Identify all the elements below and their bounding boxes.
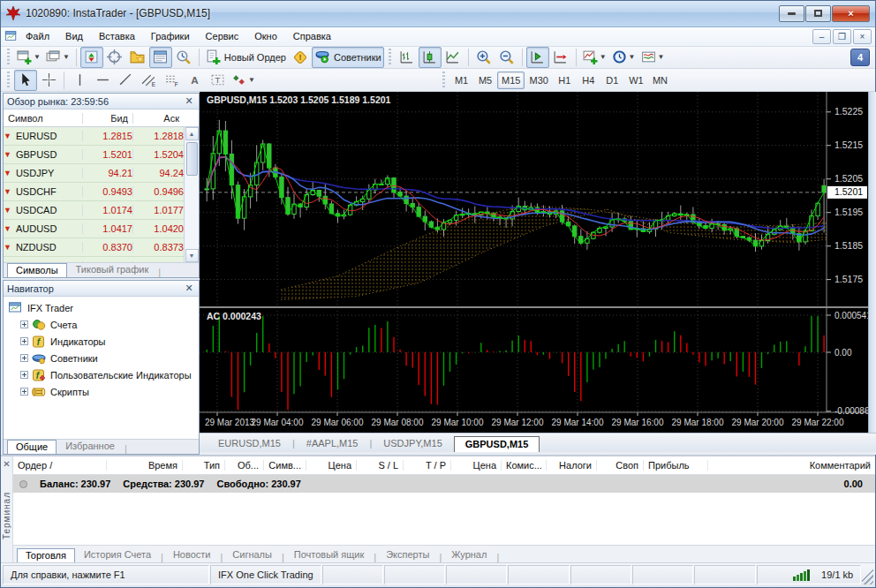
trendline-tool-button[interactable] <box>114 70 137 91</box>
menu-item-help[interactable]: Справка <box>285 28 339 44</box>
column-tp[interactable]: T / P <box>404 460 451 471</box>
column-order[interactable]: Ордер / <box>13 460 107 471</box>
column-price-open[interactable]: Цена <box>306 460 357 471</box>
auto-scroll-button[interactable] <box>526 47 549 68</box>
scroll-up-button[interactable]: ▲ <box>185 127 199 140</box>
profiles-button[interactable]: ▼ <box>43 47 72 68</box>
indicators-button[interactable]: ▼ <box>580 47 609 68</box>
chart-shift-button[interactable] <box>549 47 572 68</box>
zoom-out-button[interactable] <box>495 47 518 68</box>
column-comment[interactable]: Комментарий <box>708 460 875 471</box>
table-row[interactable]: ▼AUDUSD1.04171.0420 <box>4 220 184 238</box>
column-sl[interactable]: S / L <box>357 460 404 471</box>
column-time[interactable]: Время <box>107 460 183 471</box>
column-bid[interactable]: Бид <box>83 113 133 124</box>
column-type[interactable]: Тип <box>183 460 225 471</box>
candlestick-chart-button[interactable] <box>419 47 442 68</box>
timeframe-m5-button[interactable]: M5 <box>473 72 497 89</box>
status-one-click-trading[interactable]: IFX One Click Trading <box>210 565 321 584</box>
new-chart-button[interactable]: ▼ <box>14 47 43 68</box>
line-chart-button[interactable] <box>442 47 464 68</box>
tab-mailbox[interactable]: Почтовый ящик <box>285 547 373 562</box>
tab-experts[interactable]: Эксперты <box>377 547 438 562</box>
column-ask[interactable]: Аск <box>133 113 184 124</box>
navigator-close-button[interactable]: ✕ <box>183 283 195 295</box>
menu-item-view[interactable]: Вид <box>57 28 91 44</box>
templates-button[interactable]: ▼ <box>638 47 668 68</box>
chart-canvas[interactable]: 1.52251.52151.52051.51951.51851.51751.52… <box>200 92 868 433</box>
timeframe-m15-button[interactable]: M15 <box>497 72 525 89</box>
column-price-close[interactable]: Цена <box>451 460 502 471</box>
tree-item-indicators[interactable]: f Индикаторы <box>9 333 199 350</box>
resize-grip[interactable] <box>862 565 873 584</box>
strategy-tester-button[interactable] <box>172 47 195 68</box>
tab-trade[interactable]: Торговля <box>17 548 75 562</box>
expert-advisors-button[interactable]: Советники <box>312 47 384 68</box>
expand-icon[interactable] <box>20 337 28 345</box>
expand-icon[interactable] <box>20 388 28 396</box>
tree-item-custom-indicators[interactable]: f Пользовательские Индикаторы <box>9 366 199 383</box>
minimize-button[interactable] <box>779 5 804 22</box>
chart-tab-gbpusd[interactable]: GBPUSD,M15 <box>454 436 540 452</box>
table-row[interactable]: ▼USDJPY94.2194.24 <box>4 164 184 183</box>
data-window-button[interactable] <box>103 47 126 68</box>
table-row[interactable]: ▼NZDUSD0.83700.8373 <box>4 238 184 257</box>
table-row[interactable]: ▼EURUSD1.28151.2818 <box>4 127 184 146</box>
tree-item-scripts[interactable]: Скрипты <box>9 383 199 400</box>
column-symbol[interactable]: Символ <box>4 113 83 124</box>
timeframe-h1-button[interactable]: H1 <box>553 72 577 89</box>
tree-item-accounts[interactable]: Счета <box>9 316 199 333</box>
menu-item-service[interactable]: Сервис <box>198 28 247 44</box>
timeframe-h4-button[interactable]: H4 <box>577 72 600 89</box>
table-row[interactable]: ▼GBPUSD1.52011.5204 <box>4 146 184 164</box>
market-watch-toggle-button[interactable] <box>80 47 103 68</box>
column-commission[interactable]: Комис... <box>502 460 547 471</box>
table-row[interactable]: ▼USDCAD1.01741.0177 <box>4 201 184 220</box>
column-symbol[interactable]: Симв... <box>264 460 306 471</box>
terminal-toggle-button[interactable] <box>149 47 172 68</box>
menu-item-file[interactable]: Файл <box>18 28 57 44</box>
tab-favorites[interactable]: Избранное <box>57 439 124 454</box>
channel-tool-button[interactable]: E <box>137 70 160 91</box>
expand-icon[interactable] <box>20 354 28 362</box>
tree-item-experts[interactable]: Советники <box>9 350 199 366</box>
notifications-button[interactable]: 4 <box>850 49 870 66</box>
fibonacci-tool-button[interactable]: F <box>160 70 183 91</box>
chart-tab-usdjpy[interactable]: USDJPY,M15 <box>372 435 453 452</box>
toolbar-grip[interactable] <box>5 49 11 66</box>
expand-icon[interactable] <box>20 320 28 328</box>
horizontal-line-tool-button[interactable] <box>91 70 114 91</box>
text-label-tool-button[interactable]: T <box>206 70 229 91</box>
column-volume[interactable]: Об... <box>225 460 264 471</box>
tab-tick-chart[interactable]: Тиковый график <box>67 262 158 277</box>
tab-symbols[interactable]: Символы <box>7 263 67 277</box>
terminal-close-button[interactable]: ✕ <box>3 459 10 469</box>
tab-news[interactable]: Новости <box>164 547 220 562</box>
timeframe-m30-button[interactable]: M30 <box>525 72 552 89</box>
toolbar-grip[interactable] <box>441 72 447 89</box>
timeframe-w1-button[interactable]: W1 <box>624 72 648 89</box>
toolbar-grip[interactable] <box>5 72 11 89</box>
scrollbar-thumb[interactable] <box>186 142 198 176</box>
cursor-tool-button[interactable] <box>14 70 37 91</box>
arrows-tool-button[interactable]: ▼ <box>229 70 258 91</box>
new-order-button[interactable]: Новый Ордер <box>203 47 289 68</box>
maximize-button[interactable] <box>805 5 831 22</box>
timeframe-mn-button[interactable]: MN <box>648 72 672 89</box>
menu-item-insert[interactable]: Вставка <box>91 28 143 44</box>
bar-chart-button[interactable] <box>396 47 419 68</box>
scroll-down-button[interactable]: ▼ <box>185 249 199 262</box>
tab-account-history[interactable]: История Счета <box>75 547 160 562</box>
vertical-line-tool-button[interactable] <box>68 70 91 91</box>
menu-item-charts[interactable]: Графики <box>143 28 198 44</box>
column-taxes[interactable]: Налоги <box>547 460 597 471</box>
menu-item-window[interactable]: Окно <box>246 28 285 44</box>
timeframe-m1-button[interactable]: M1 <box>449 72 473 89</box>
metaquotes-alert-button[interactable]: ! <box>289 47 312 68</box>
chart-tab-eurusd[interactable]: EURUSD,M15 <box>207 435 292 452</box>
periods-button[interactable]: ▼ <box>609 47 638 68</box>
column-swap[interactable]: Своп <box>597 460 644 471</box>
close-button[interactable]: × <box>832 5 870 22</box>
market-watch-scrollbar[interactable]: ▲ ▼ <box>184 127 199 262</box>
toolbar-grip[interactable] <box>387 49 393 66</box>
